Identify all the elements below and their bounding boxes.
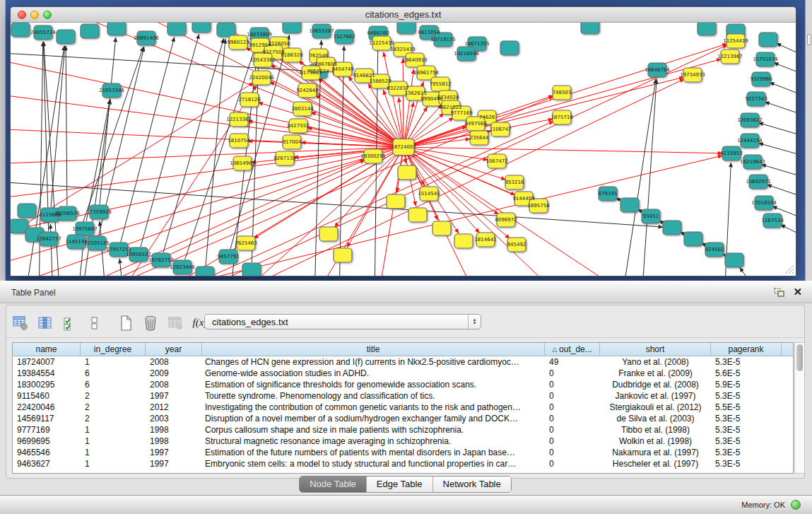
citation-edge-black[interactable] <box>11 182 663 227</box>
table-cell[interactable]: 6 <box>81 368 146 379</box>
table-selector-dropdown[interactable]: citations_edges.txt ▲▼ <box>204 314 481 329</box>
table-row[interactable]: 1456911722003Disruption of a novel membe… <box>13 413 793 424</box>
citation-edge-red[interactable] <box>315 95 396 144</box>
column-header-year[interactable]: year <box>146 343 202 356</box>
citation-edge-black[interactable] <box>781 225 796 233</box>
table-cell[interactable]: Estimation of significance thresholds fo… <box>202 379 545 390</box>
network-node[interactable] <box>500 41 519 55</box>
table-cell[interactable]: Estimation of the future numbers of pati… <box>202 447 545 458</box>
panel-collapse-handle[interactable] <box>807 34 811 45</box>
column-header-short[interactable]: short <box>600 343 711 356</box>
citation-edge-black[interactable] <box>642 79 657 276</box>
table-cell[interactable]: 18300295 <box>13 379 81 390</box>
table-cell[interactable]: Structural magnetic resonance image aver… <box>202 436 545 447</box>
table-cell[interactable]: Corpus callosum shape and size in male p… <box>202 424 545 436</box>
resize-grip-icon[interactable] <box>784 264 794 274</box>
table-row[interactable]: 946554611997Estimation of the future num… <box>13 447 793 458</box>
citation-edge-black[interactable] <box>206 39 225 266</box>
citation-edge-red[interactable] <box>405 103 413 140</box>
clear-selection-button[interactable] <box>84 313 105 334</box>
citation-edge-red[interactable] <box>11 148 396 199</box>
citation-edge-black[interactable] <box>51 46 65 207</box>
table-settings-button[interactable] <box>10 313 31 334</box>
network-node[interactable] <box>196 267 214 276</box>
table-cell[interactable]: de Silva et al. (2003) <box>600 413 711 424</box>
citation-edge-black[interactable] <box>777 43 796 52</box>
citation-edge-black[interactable] <box>66 46 67 206</box>
table-cell[interactable]: 0 <box>545 368 600 379</box>
tab-network-table[interactable]: Network Table <box>433 477 511 492</box>
table-cell[interactable]: Yano et al. (2008) <box>600 356 711 368</box>
table-cell[interactable]: Tourette syndrome. Phenomenology and cla… <box>202 390 545 402</box>
table-row[interactable]: 969969511998Structural magnetic resonanc… <box>13 436 793 447</box>
network-node[interactable] <box>18 204 36 218</box>
table-cell[interactable]: Embryonic stem cells: a model to study s… <box>202 458 545 469</box>
citation-edge-black[interactable] <box>740 267 760 276</box>
network-node[interactable] <box>698 23 716 35</box>
table-cell[interactable]: 5.3E-5 <box>711 424 782 436</box>
network-node[interactable] <box>283 23 301 33</box>
table-cell[interactable]: 2009 <box>146 368 202 379</box>
network-node[interactable] <box>684 232 702 246</box>
table-cell[interactable]: 5.3E-5 <box>711 390 782 402</box>
table-cell[interactable]: 5.5E-5 <box>711 402 782 413</box>
show-columns-button[interactable] <box>35 313 56 334</box>
table-cell[interactable]: 19384554 <box>13 368 81 379</box>
column-header-name[interactable]: name <box>13 343 81 356</box>
table-cell[interactable]: Nakamura et al. (1997) <box>600 447 711 458</box>
table-cell[interactable]: 9115460 <box>13 390 81 402</box>
citation-edge-black[interactable] <box>774 63 796 72</box>
table-cell[interactable]: 5.3E-5 <box>711 413 782 424</box>
citation-edge-red[interactable] <box>11 129 396 147</box>
table-cell[interactable]: Hescheler et al. (1997) <box>600 458 711 469</box>
tab-node-table[interactable]: Node Table <box>300 477 366 492</box>
network-node[interactable] <box>663 221 681 235</box>
network-node[interactable] <box>334 248 352 262</box>
network-node[interactable] <box>454 234 473 248</box>
citation-edge-red[interactable] <box>311 112 396 145</box>
network-window-titlebar[interactable]: citations_edges.txt <box>11 7 796 23</box>
scrollbar-thumb[interactable] <box>796 344 803 371</box>
citation-edge-black[interactable] <box>184 43 256 259</box>
table-cell[interactable]: 2008 <box>146 356 202 368</box>
citation-edge-red[interactable] <box>314 153 399 276</box>
citation-edge-red[interactable] <box>411 147 722 153</box>
network-node[interactable] <box>11 23 30 37</box>
table-row[interactable]: 946362711997Embryonic stem cells: a mode… <box>13 458 793 469</box>
table-cell[interactable]: 0 <box>545 390 600 402</box>
table-cell[interactable]: 2008 <box>146 379 202 390</box>
table-cell[interactable]: 5.3E-5 <box>711 447 782 458</box>
network-window[interactable]: citations_edges.txt 24055724208914061603… <box>10 6 796 276</box>
memory-ok-indicator-icon[interactable] <box>791 500 801 510</box>
citation-edge-black[interactable] <box>121 37 175 243</box>
float-panel-icon[interactable] <box>774 288 784 297</box>
network-node[interactable] <box>759 33 777 47</box>
network-node[interactable] <box>217 23 235 37</box>
table-cell[interactable]: 1 <box>81 447 146 458</box>
citation-edge-black[interactable] <box>770 83 796 93</box>
citation-edge-black[interactable] <box>79 47 143 234</box>
table-cell[interactable]: Genome-wide association studies in ADHD. <box>202 368 545 379</box>
select-all-button[interactable] <box>59 313 81 334</box>
citation-edge-black[interactable] <box>119 259 124 276</box>
table-cell[interactable]: 5.9E-5 <box>711 379 782 390</box>
table-row[interactable]: 1938455462009Genome-wide association stu… <box>13 368 793 379</box>
table-cell[interactable]: 5.3E-5 <box>711 458 782 469</box>
table-vertical-scrollbar[interactable] <box>794 342 805 474</box>
table-cell[interactable]: 9699695 <box>13 436 81 447</box>
citation-edge-black[interactable] <box>141 35 199 247</box>
network-node[interactable] <box>167 23 186 35</box>
citation-edge-red[interactable] <box>237 152 398 276</box>
column-header-in-degree[interactable]: in_degree <box>81 343 146 356</box>
table-cell[interactable]: 1998 <box>146 436 202 447</box>
network-node[interactable] <box>107 23 126 35</box>
network-node[interactable] <box>81 24 99 38</box>
table-cell[interactable]: 1 <box>81 424 146 436</box>
citation-edge-black[interactable] <box>758 123 796 134</box>
citation-edge-black[interactable] <box>767 185 796 195</box>
new-file-button[interactable] <box>115 313 136 334</box>
citation-edge-red[interactable] <box>152 151 397 276</box>
table-cell[interactable]: 1 <box>81 356 146 368</box>
citation-edge-red[interactable] <box>409 153 562 276</box>
table-cell[interactable]: 0 <box>545 424 600 436</box>
